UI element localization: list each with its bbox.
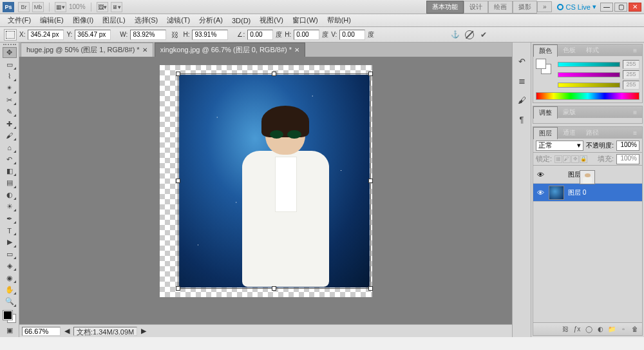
document-tab-2[interactable]: xingkong.jpg @ 66.7% (图层 0, RGB/8#) * ✕ bbox=[155, 43, 305, 57]
properties-panel-icon[interactable]: ≣ bbox=[516, 75, 527, 86]
menu-view[interactable]: 视图(V) bbox=[256, 14, 287, 26]
masks-tab[interactable]: 蒙版 bbox=[558, 106, 581, 118]
canvas-stage[interactable] bbox=[19, 57, 512, 324]
quick-select-tool[interactable]: ✴ bbox=[3, 83, 17, 93]
panel-menu-icon[interactable]: ≡ bbox=[628, 108, 642, 117]
marquee-tool[interactable]: ▭ bbox=[3, 59, 17, 70]
transform-bounding-box[interactable] bbox=[178, 73, 371, 289]
lock-position-icon[interactable]: ✥ bbox=[571, 155, 579, 163]
transform-handle-ml[interactable] bbox=[176, 179, 180, 183]
layer-name[interactable]: 图层 0 bbox=[568, 188, 586, 197]
w-input[interactable] bbox=[130, 30, 166, 40]
workspace-draw-button[interactable]: 绘画 bbox=[488, 1, 513, 14]
transform-handle-br[interactable] bbox=[368, 286, 373, 291]
transform-reference-icon[interactable] bbox=[4, 29, 17, 41]
layers-tab[interactable]: 图层 bbox=[533, 127, 558, 139]
visibility-toggle-icon[interactable]: 👁 bbox=[536, 188, 545, 197]
menu-filter[interactable]: 滤镜(T) bbox=[163, 14, 194, 26]
minimize-button[interactable]: — bbox=[600, 3, 613, 12]
yellow-value[interactable]: 255 bbox=[623, 81, 639, 90]
menu-analysis[interactable]: 分析(A) bbox=[195, 14, 227, 26]
color-swatches[interactable] bbox=[2, 309, 17, 324]
menu-window[interactable]: 窗口(W) bbox=[289, 14, 322, 26]
arrow-right-icon[interactable]: ▶ bbox=[141, 327, 146, 335]
y-input[interactable] bbox=[75, 30, 111, 40]
view-extras-icon[interactable]: ▦▾ bbox=[55, 2, 66, 12]
workspace-photo-button[interactable]: 摄影 bbox=[513, 1, 537, 14]
bridge-icon[interactable]: Br bbox=[18, 2, 30, 12]
close-button[interactable]: ✕ bbox=[629, 3, 641, 12]
quick-mask-toggle[interactable]: ▣ bbox=[3, 325, 17, 336]
zoom-tool[interactable]: 🔍 bbox=[3, 296, 17, 307]
group-icon[interactable]: 📁 bbox=[607, 325, 616, 334]
eraser-tool[interactable]: ◧ bbox=[3, 166, 17, 177]
close-tab-icon[interactable]: ✕ bbox=[294, 46, 299, 53]
cs-live-button[interactable]: CS Live▾ bbox=[557, 3, 596, 11]
magenta-value[interactable]: 255 bbox=[623, 70, 639, 79]
crop-tool[interactable]: ✂ bbox=[3, 95, 17, 106]
doc-info[interactable]: 文档:1.34M/3.09M bbox=[73, 327, 137, 336]
move-tool[interactable]: ✥ bbox=[3, 47, 17, 58]
3d-tool[interactable]: ◈ bbox=[3, 260, 17, 271]
brush-tool[interactable]: 🖌 bbox=[3, 130, 17, 141]
menu-layer[interactable]: 图层(L) bbox=[99, 14, 129, 26]
minibridge-icon[interactable]: Mb bbox=[32, 2, 44, 12]
history-brush-tool[interactable]: ↶ bbox=[3, 154, 17, 165]
close-tab-icon[interactable]: ✕ bbox=[142, 46, 147, 53]
angle-input[interactable] bbox=[247, 30, 273, 40]
menu-image[interactable]: 图像(I) bbox=[69, 14, 97, 26]
transform-handle-bl[interactable] bbox=[176, 286, 180, 291]
menu-3d[interactable]: 3D(D) bbox=[228, 15, 254, 26]
foreground-color-swatch[interactable] bbox=[3, 311, 12, 320]
document-tab-1[interactable]: huge.jpg @ 50% (图层 1, RGB/8#) * ✕ bbox=[21, 43, 153, 57]
spectrum-ramp[interactable] bbox=[536, 92, 639, 100]
workspace-more-button[interactable]: » bbox=[537, 1, 553, 12]
path-select-tool[interactable]: ▶ bbox=[3, 237, 17, 248]
workspace-essentials-button[interactable]: 基本功能 bbox=[426, 1, 464, 14]
blend-mode-select[interactable]: 正常▾ bbox=[536, 141, 583, 151]
menu-select[interactable]: 选择(S) bbox=[131, 14, 162, 26]
adjustment-layer-icon[interactable]: ◐ bbox=[596, 325, 605, 334]
new-layer-icon[interactable]: ▫ bbox=[619, 325, 628, 334]
brushes-panel-icon[interactable]: 🖌 bbox=[516, 94, 527, 106]
commit-transform-icon[interactable] bbox=[478, 30, 489, 40]
canvas[interactable] bbox=[160, 65, 372, 297]
blur-tool[interactable]: ◐ bbox=[3, 190, 17, 200]
hand-tool[interactable]: ✋ bbox=[3, 284, 17, 295]
cyan-value[interactable]: 255 bbox=[623, 60, 639, 69]
layer-mask-icon[interactable]: ◯ bbox=[584, 325, 593, 334]
link-wh-icon[interactable]: ⛓ bbox=[169, 30, 180, 40]
swatches-tab[interactable]: 色板 bbox=[558, 44, 581, 56]
visibility-toggle-icon[interactable]: 👁 bbox=[536, 170, 545, 179]
lock-transparency-icon[interactable]: ▦ bbox=[554, 155, 562, 163]
layer-row-1[interactable]: 👁 图层 1 bbox=[533, 166, 642, 184]
screen-mode-icon[interactable]: 🖥▾ bbox=[111, 2, 122, 12]
transform-handle-bc[interactable] bbox=[272, 286, 276, 291]
history-panel-icon[interactable]: ↶ bbox=[516, 55, 527, 67]
paths-tab[interactable]: 路径 bbox=[581, 127, 604, 139]
fill-input[interactable]: 100% bbox=[616, 154, 639, 164]
transform-handle-tl[interactable] bbox=[176, 72, 180, 76]
zoom-input[interactable] bbox=[22, 327, 61, 336]
transform-handle-tr[interactable] bbox=[368, 72, 373, 76]
gradient-tool[interactable]: ▤ bbox=[3, 177, 17, 188]
color-panel-swatches[interactable] bbox=[536, 59, 551, 74]
transform-handle-mr[interactable] bbox=[368, 179, 373, 183]
cancel-transform-icon[interactable] bbox=[464, 30, 475, 40]
lasso-tool[interactable]: ⌇ bbox=[3, 71, 17, 82]
workspace-design-button[interactable]: 设计 bbox=[464, 1, 488, 14]
x-input[interactable] bbox=[28, 30, 64, 40]
type-tool[interactable]: T bbox=[3, 225, 17, 236]
yellow-slider[interactable] bbox=[558, 83, 620, 88]
layer-thumbnail[interactable] bbox=[580, 170, 595, 184]
clone-stamp-tool[interactable]: ⌂ bbox=[3, 142, 17, 153]
arrow-left-icon[interactable]: ◀ bbox=[64, 327, 70, 335]
hskew-input[interactable] bbox=[294, 30, 319, 40]
zoom-level[interactable]: 100% bbox=[69, 3, 86, 10]
layer-row-0[interactable]: 👁 图层 0 bbox=[533, 184, 642, 202]
lock-pixels-icon[interactable]: 🖌 bbox=[563, 155, 571, 163]
layer-style-icon[interactable]: ƒx bbox=[573, 325, 582, 334]
magenta-slider[interactable] bbox=[558, 72, 620, 77]
healing-brush-tool[interactable]: ✚ bbox=[3, 118, 17, 129]
cyan-slider[interactable] bbox=[558, 62, 620, 67]
